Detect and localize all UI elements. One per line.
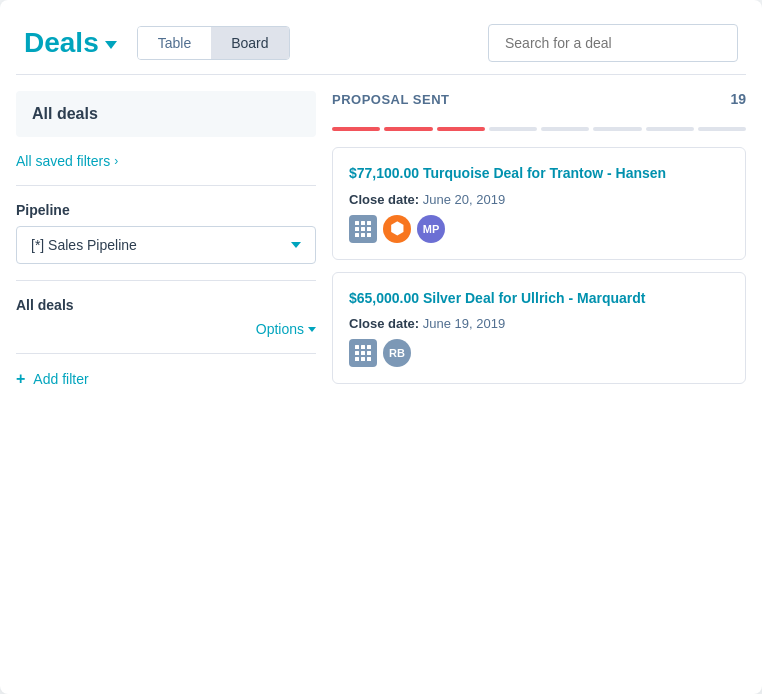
deal-title-1[interactable]: $77,100.00 Turquoise Deal for Trantow - … xyxy=(349,164,729,184)
close-date-value-2: June 19, 2019 xyxy=(423,316,505,331)
deal-avatars-1: ⬢ MP xyxy=(349,215,729,243)
main-content: All deals All saved filters › Pipeline [… xyxy=(0,75,762,694)
deal-close-date-2: Close date: June 19, 2019 xyxy=(349,316,729,331)
grid-dot xyxy=(361,345,365,349)
header: Deals Table Board xyxy=(0,0,762,74)
sidebar-divider-1 xyxy=(16,280,316,281)
close-date-value-1: June 20, 2019 xyxy=(423,192,505,207)
progress-segment-8 xyxy=(698,127,746,131)
add-filter-label: Add filter xyxy=(33,371,88,387)
deal-card-2: $65,000.00 Silver Deal for Ullrich - Mar… xyxy=(332,272,746,385)
plus-icon: + xyxy=(16,370,25,388)
sidebar-divider-2 xyxy=(16,353,316,354)
progress-segment-4 xyxy=(489,127,537,131)
options-chevron-down-icon xyxy=(308,327,316,332)
all-deals-heading: All deals xyxy=(16,91,316,137)
header-title: Deals xyxy=(24,27,117,59)
grid-dot xyxy=(367,233,371,237)
saved-filters-label: All saved filters xyxy=(16,153,110,169)
avatar-grid-icon-2 xyxy=(349,339,377,367)
view-toggle: Table Board xyxy=(137,26,290,60)
grid-dot xyxy=(355,357,359,361)
grid-dot xyxy=(355,227,359,231)
chevron-right-icon: › xyxy=(114,154,118,168)
grid-dot xyxy=(367,345,371,349)
avatar-hubspot-icon: ⬢ xyxy=(383,215,411,243)
pipeline-selected-value: [*] Sales Pipeline xyxy=(31,237,137,253)
page-title: Deals xyxy=(24,27,99,59)
board-column: PROPOSAL SENT 19 $77,100.00 Turquoise De… xyxy=(332,91,746,678)
grid-dots xyxy=(355,221,371,237)
grid-dot xyxy=(361,227,365,231)
grid-dot xyxy=(367,357,371,361)
grid-dot xyxy=(367,351,371,355)
progress-segment-7 xyxy=(646,127,694,131)
grid-dot xyxy=(367,221,371,225)
avatar-mp: MP xyxy=(417,215,445,243)
title-chevron-down-icon[interactable] xyxy=(105,41,117,49)
column-header: PROPOSAL SENT 19 xyxy=(332,91,746,115)
search-input[interactable] xyxy=(488,24,738,62)
avatar-grid-icon-1 xyxy=(349,215,377,243)
sidebar: All deals All saved filters › Pipeline [… xyxy=(16,91,316,678)
options-row: Options xyxy=(16,321,316,337)
hubspot-logo-icon: ⬢ xyxy=(390,219,404,238)
table-view-button[interactable]: Table xyxy=(138,27,211,59)
deal-avatars-2: RB xyxy=(349,339,729,367)
pipeline-chevron-down-icon xyxy=(291,242,301,248)
grid-dot xyxy=(355,233,359,237)
progress-segment-3 xyxy=(437,127,485,131)
app-window: Deals Table Board All deals All saved fi… xyxy=(0,0,762,694)
options-label: Options xyxy=(256,321,304,337)
grid-dot xyxy=(361,351,365,355)
grid-dot xyxy=(361,221,365,225)
grid-dot xyxy=(355,351,359,355)
board-view-button[interactable]: Board xyxy=(211,27,288,59)
column-count: 19 xyxy=(730,91,746,107)
close-date-label-2: Close date: xyxy=(349,316,419,331)
grid-dot xyxy=(361,233,365,237)
grid-dot xyxy=(361,357,365,361)
avatar-rb: RB xyxy=(383,339,411,367)
deal-close-date-1: Close date: June 20, 2019 xyxy=(349,192,729,207)
progress-segment-1 xyxy=(332,127,380,131)
deal-title-2[interactable]: $65,000.00 Silver Deal for Ullrich - Mar… xyxy=(349,289,729,309)
progress-segment-6 xyxy=(593,127,641,131)
grid-dot xyxy=(355,345,359,349)
pipeline-label: Pipeline xyxy=(16,202,316,218)
grid-dots-2 xyxy=(355,345,371,361)
saved-filters-link[interactable]: All saved filters › xyxy=(16,145,316,186)
sidebar-deals-label: All deals xyxy=(16,297,316,313)
pipeline-select[interactable]: [*] Sales Pipeline xyxy=(16,226,316,264)
close-date-label-1: Close date: xyxy=(349,192,419,207)
grid-dot xyxy=(355,221,359,225)
add-filter-button[interactable]: + Add filter xyxy=(16,370,316,388)
options-button[interactable]: Options xyxy=(256,321,316,337)
grid-dot xyxy=(367,227,371,231)
progress-segment-5 xyxy=(541,127,589,131)
deal-card-1: $77,100.00 Turquoise Deal for Trantow - … xyxy=(332,147,746,260)
column-title: PROPOSAL SENT xyxy=(332,92,450,107)
progress-segment-2 xyxy=(384,127,432,131)
progress-bar xyxy=(332,127,746,131)
